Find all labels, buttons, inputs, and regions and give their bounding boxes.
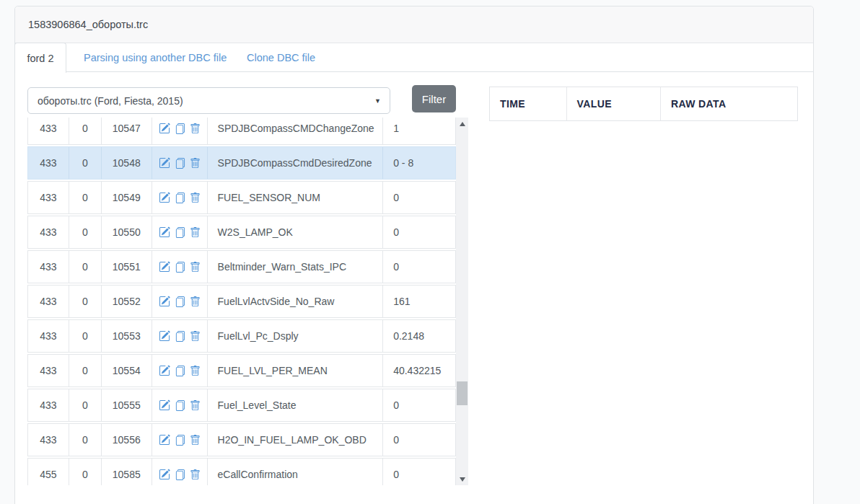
- delete-icon[interactable]: [190, 296, 201, 307]
- cell-signal-name: FuelLvl_Pc_Dsply: [208, 320, 384, 352]
- cell-signal-number: 10554: [102, 355, 152, 386]
- cell-signal-name: SPDJBCompassCMDChangeZone: [208, 118, 384, 144]
- delete-icon[interactable]: [190, 158, 201, 169]
- delete-icon[interactable]: [190, 123, 201, 134]
- cell-signal-number: 10553: [102, 320, 152, 352]
- dbc-file-select[interactable]: обороты.trc (Ford, Fiesta, 2015) ▼: [27, 87, 390, 114]
- cell-can-id: 433: [28, 216, 69, 248]
- cell-signal-value: 0: [383, 251, 455, 283]
- cell-can-id: 433: [28, 182, 69, 213]
- cell-actions: [152, 147, 208, 179]
- copy-icon[interactable]: [175, 262, 185, 273]
- cell-can-id: 433: [28, 147, 69, 179]
- tab-parsing-another-dbc[interactable]: Parsing using another DBC file: [84, 43, 227, 72]
- copy-icon[interactable]: [175, 469, 185, 480]
- tab-ford-2[interactable]: ford 2: [14, 43, 66, 73]
- delete-icon[interactable]: [190, 193, 201, 203]
- delete-icon[interactable]: [190, 366, 201, 376]
- cell-actions: [152, 320, 208, 352]
- tab-clone-dbc-label: Clone DBC file: [247, 52, 315, 63]
- cell-actions: [152, 182, 208, 213]
- table-row[interactable]: 433 0 10547 SPDJBCompassCMD: [27, 118, 456, 145]
- result-column-value: VALUE: [567, 87, 661, 120]
- cell-signal-number: 10548: [102, 147, 152, 179]
- table-row[interactable]: 433 0 10556 H2O_IN_FUEL_LAM: [27, 423, 456, 456]
- table-row[interactable]: 455 0 10585 eCallConfirmati: [27, 458, 456, 485]
- table-row[interactable]: 433 0 10549 FUEL_SENSOR_NUM: [27, 181, 456, 214]
- cell-signal-name: Fuel_Level_State: [208, 389, 384, 421]
- edit-icon[interactable]: [159, 330, 170, 342]
- delete-icon[interactable]: [190, 262, 201, 273]
- tab-clone-dbc[interactable]: Clone DBC file: [247, 43, 315, 72]
- cell-signal-value: 0.2148: [383, 320, 455, 352]
- edit-icon[interactable]: [159, 296, 170, 307]
- copy-icon[interactable]: [175, 123, 185, 134]
- edit-icon[interactable]: [159, 123, 170, 134]
- table-row[interactable]: 433 0 10548 SPDJBCompassCmd: [27, 146, 456, 180]
- cell-signal-name: H2O_IN_FUEL_LAMP_OK_OBD: [208, 424, 384, 456]
- cell-bus: 0: [69, 147, 102, 179]
- scroll-down-arrow[interactable]: [456, 473, 468, 485]
- table-row[interactable]: 433 0 10553 FuelLvl_Pc_Dspl: [27, 319, 456, 353]
- edit-icon[interactable]: [159, 365, 170, 376]
- signals-scrollbar[interactable]: [456, 118, 468, 485]
- edit-icon[interactable]: [159, 261, 170, 273]
- cell-can-id: 433: [28, 251, 69, 283]
- result-column-raw-data: RAW DATA: [661, 87, 797, 120]
- cell-actions: [152, 216, 208, 248]
- cell-bus: 0: [69, 182, 102, 213]
- tab-parsing-another-dbc-label: Parsing using another DBC file: [84, 52, 227, 63]
- cell-can-id: 433: [28, 389, 69, 421]
- cell-signal-number: 10547: [102, 118, 152, 144]
- edit-icon[interactable]: [159, 157, 170, 169]
- cell-signal-name: FuelLvlActvSide_No_Raw: [208, 286, 384, 317]
- cell-signal-value: 40.432215: [383, 355, 455, 386]
- cell-can-id: 433: [28, 355, 69, 386]
- edit-icon[interactable]: [159, 399, 170, 411]
- table-row[interactable]: 433 0 10551 Beltminder_Warn: [27, 250, 456, 283]
- cell-actions: [152, 355, 208, 386]
- copy-icon[interactable]: [175, 296, 185, 307]
- copy-icon[interactable]: [175, 193, 185, 203]
- edit-icon[interactable]: [159, 192, 170, 203]
- copy-icon[interactable]: [175, 366, 185, 376]
- tab-bar: ford 2 Parsing using another DBC file Cl…: [15, 43, 813, 72]
- copy-icon[interactable]: [175, 400, 185, 411]
- cell-can-id: 433: [28, 118, 69, 144]
- card-header: 1583906864_обороты.trc: [15, 6, 813, 43]
- delete-icon[interactable]: [190, 469, 201, 480]
- edit-icon[interactable]: [159, 434, 170, 446]
- cell-signal-number: 10550: [102, 216, 152, 248]
- table-row[interactable]: 433 0 10554 FUEL_LVL_PER_ME: [27, 354, 456, 387]
- table-row[interactable]: 433 0 10552 FuelLvlActvSide: [27, 285, 456, 318]
- delete-icon[interactable]: [190, 400, 201, 411]
- cell-bus: 0: [69, 459, 102, 485]
- cell-bus: 0: [69, 355, 102, 386]
- copy-icon[interactable]: [175, 158, 185, 169]
- cell-signal-value: 0: [383, 216, 455, 248]
- cell-signal-value: 0: [383, 459, 455, 485]
- parser-card: 1583906864_обороты.trc ford 2 Parsing us…: [14, 6, 814, 504]
- table-row[interactable]: 433 0 10550 W2S_LAMP_OK: [27, 216, 456, 249]
- cell-actions: [152, 286, 208, 317]
- trace-file-title: 1583906864_обороты.trc: [28, 19, 148, 30]
- cell-can-id: 433: [28, 320, 69, 352]
- copy-icon[interactable]: [175, 331, 185, 342]
- delete-icon[interactable]: [190, 331, 201, 342]
- copy-icon[interactable]: [175, 435, 185, 446]
- cell-bus: 0: [69, 320, 102, 352]
- scrollbar-thumb[interactable]: [457, 381, 468, 405]
- edit-icon[interactable]: [159, 469, 170, 480]
- cell-signal-number: 10551: [102, 251, 152, 283]
- cell-signal-value: 0 - 8: [383, 147, 455, 179]
- cell-actions: [152, 251, 208, 283]
- filter-button[interactable]: Filter: [412, 85, 456, 112]
- scroll-up-arrow[interactable]: [456, 118, 468, 130]
- cell-bus: 0: [69, 389, 102, 421]
- edit-icon[interactable]: [159, 226, 170, 238]
- delete-icon[interactable]: [190, 227, 201, 238]
- delete-icon[interactable]: [190, 435, 201, 446]
- copy-icon[interactable]: [175, 227, 185, 238]
- cell-bus: 0: [69, 216, 102, 248]
- table-row[interactable]: 433 0 10555 Fuel_Level_Stat: [27, 389, 456, 422]
